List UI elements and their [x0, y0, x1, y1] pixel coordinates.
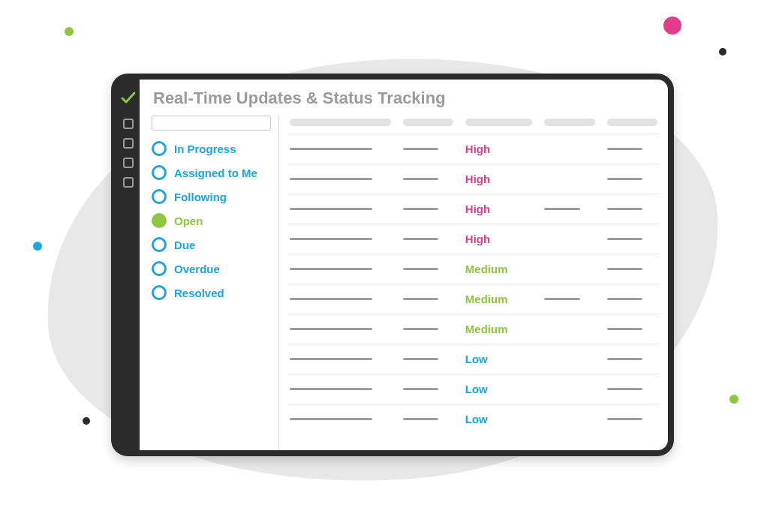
- filter-label: Following: [174, 191, 227, 203]
- column-header-placeholder: [465, 119, 533, 126]
- filter-label: Overdue: [174, 263, 220, 275]
- decorative-dot: [729, 395, 738, 404]
- priority-cell: High: [465, 233, 533, 245]
- column-header-placeholder: [544, 119, 594, 126]
- priority-label: High: [465, 143, 490, 155]
- priority-cell: Low: [465, 353, 533, 365]
- cell-placeholder: [607, 238, 657, 240]
- cell-placeholder: [544, 238, 594, 240]
- cell-placeholder: [607, 388, 657, 390]
- radio-icon: [152, 165, 167, 180]
- cell-placeholder: [544, 148, 594, 150]
- filter-item-in-progress[interactable]: In Progress: [152, 141, 271, 156]
- table-row[interactable]: High: [288, 134, 659, 164]
- priority-label: Low: [465, 413, 488, 425]
- tablet-frame: Real-Time Updates & Status Tracking In P…: [111, 74, 674, 456]
- radio-icon: [152, 141, 167, 156]
- priority-cell: Low: [465, 413, 533, 425]
- priority-label: High: [465, 233, 490, 245]
- table-row[interactable]: Low: [288, 404, 659, 434]
- decorative-dot: [33, 242, 42, 251]
- decorative-dot: [83, 417, 90, 425]
- table-row[interactable]: Low: [288, 344, 659, 374]
- table-row[interactable]: Medium: [288, 254, 659, 284]
- cell-placeholder: [403, 148, 453, 150]
- filter-item-assigned-to-me[interactable]: Assigned to Me: [152, 165, 271, 180]
- filter-label: In Progress: [174, 143, 236, 155]
- priority-label: Low: [465, 383, 488, 395]
- results-table: HighHighHighHighMediumMediumMediumLowLow…: [279, 116, 668, 450]
- cell-placeholder: [403, 208, 453, 210]
- cell-placeholder: [607, 268, 657, 270]
- priority-label: High: [465, 173, 490, 185]
- cell-placeholder: [607, 208, 657, 210]
- table-row[interactable]: Low: [288, 374, 659, 404]
- filter-item-resolved[interactable]: Resolved: [152, 285, 271, 300]
- table-row[interactable]: High: [288, 194, 659, 224]
- nav-item-box[interactable]: [123, 158, 134, 168]
- filter-label: Due: [174, 239, 195, 251]
- priority-cell: Medium: [465, 323, 533, 335]
- priority-label: Medium: [465, 263, 508, 275]
- radio-icon: [152, 261, 167, 276]
- cell-placeholder: [290, 208, 391, 210]
- cell-placeholder: [607, 298, 657, 300]
- nav-item-box[interactable]: [123, 138, 134, 149]
- cell-placeholder: [290, 358, 391, 360]
- priority-label: Low: [465, 353, 488, 365]
- check-icon: [119, 89, 137, 110]
- cell-placeholder: [290, 268, 391, 270]
- cell-placeholder: [544, 298, 594, 300]
- filter-sidebar: In ProgressAssigned to MeFollowingOpenDu…: [140, 116, 279, 450]
- radio-icon: [152, 213, 167, 228]
- cell-placeholder: [607, 148, 657, 150]
- cell-placeholder: [403, 418, 453, 420]
- decorative-dot: [663, 17, 681, 35]
- column-header-placeholder: [290, 119, 391, 126]
- cell-placeholder: [403, 328, 453, 330]
- priority-cell: High: [465, 203, 533, 215]
- table-row[interactable]: Medium: [288, 314, 659, 344]
- priority-cell: High: [465, 143, 533, 155]
- cell-placeholder: [544, 178, 594, 180]
- filter-label: Assigned to Me: [174, 167, 257, 179]
- priority-cell: Low: [465, 383, 533, 395]
- cell-placeholder: [544, 418, 594, 420]
- table-row[interactable]: High: [288, 224, 659, 254]
- table-header: [288, 116, 659, 134]
- device-side-nav: [117, 80, 140, 450]
- cell-placeholder: [290, 238, 391, 240]
- cell-placeholder: [544, 268, 594, 270]
- decorative-dot: [65, 27, 74, 36]
- filter-item-following[interactable]: Following: [152, 189, 271, 204]
- content-area: In ProgressAssigned to MeFollowingOpenDu…: [140, 116, 668, 450]
- nav-item-box[interactable]: [123, 177, 134, 188]
- radio-icon: [152, 189, 167, 204]
- cell-placeholder: [607, 418, 657, 420]
- priority-cell: High: [465, 173, 533, 185]
- radio-icon: [152, 285, 167, 300]
- table-row[interactable]: Medium: [288, 284, 659, 314]
- priority-cell: Medium: [465, 293, 533, 305]
- filter-label: Resolved: [174, 287, 224, 299]
- filter-item-open[interactable]: Open: [152, 213, 271, 228]
- table-row[interactable]: High: [288, 164, 659, 194]
- column-header-placeholder: [607, 119, 657, 126]
- filter-item-due[interactable]: Due: [152, 237, 271, 252]
- decorative-dot: [719, 48, 726, 56]
- cell-placeholder: [544, 208, 594, 210]
- cell-placeholder: [544, 388, 594, 390]
- app-screen: Real-Time Updates & Status Tracking In P…: [140, 80, 668, 450]
- page-title: Real-Time Updates & Status Tracking: [140, 80, 668, 116]
- search-input[interactable]: [152, 116, 271, 131]
- filter-item-overdue[interactable]: Overdue: [152, 261, 271, 276]
- nav-item-box[interactable]: [123, 119, 134, 129]
- cell-placeholder: [403, 178, 453, 180]
- cell-placeholder: [607, 328, 657, 330]
- radio-icon: [152, 237, 167, 252]
- priority-cell: Medium: [465, 263, 533, 275]
- cell-placeholder: [290, 178, 391, 180]
- priority-label: Medium: [465, 323, 508, 335]
- cell-placeholder: [290, 418, 391, 420]
- cell-placeholder: [607, 178, 657, 180]
